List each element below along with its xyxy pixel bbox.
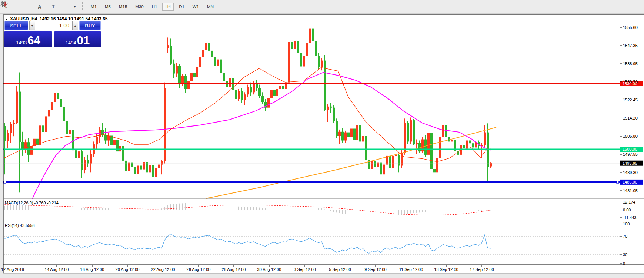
timeframe-m15-button[interactable]: M15 [116, 3, 130, 11]
macd-scale-label: -11.443 [623, 215, 637, 220]
time-axis-label: 26 Aug 12:00 [187, 267, 211, 272]
hline-handle[interactable] [617, 181, 619, 183]
time-axis-label: 5 Sep 12:00 [329, 267, 351, 272]
price-axis-label: 1530.70 [623, 80, 638, 84]
price-axis-label: 1497.55 [623, 152, 638, 157]
sell-button[interactable]: SELL [4, 21, 28, 30]
price-axis-label: 1522.45 [623, 98, 638, 102]
toolbar: E F A T ▾ M1M5M15M30H1H4D1W1MN [0, 0, 644, 14]
buy-button[interactable]: BUY [79, 21, 101, 30]
price-badge: 1485.00 [623, 180, 637, 184]
sell-price-big: 64 [27, 34, 40, 47]
timeframe-w1-button[interactable]: W1 [190, 3, 202, 11]
time-axis-label: 30 Aug 12:00 [257, 267, 281, 272]
timeframe-h1-button[interactable]: H1 [149, 3, 160, 11]
one-click-trading-panel: SELL ▼ ▲ BUY 1493 64 1494 01 [4, 21, 101, 47]
timeframe-m5-button[interactable]: M5 [102, 3, 114, 11]
hline-handle[interactable] [4, 181, 6, 183]
time-axis-label: 17 Sep 12:00 [470, 267, 494, 272]
buy-price-box[interactable]: 1494 01 [54, 31, 101, 47]
macd-scale-label: 0.00 [623, 208, 631, 212]
macd-indicator-label: MACD(12,26,9) -0.769 -0.214 [5, 201, 59, 205]
time-axis-label: 9 Sep 12:00 [364, 267, 386, 272]
buy-price-small: 1494 [66, 40, 76, 46]
rsi-scale-label: 100 [623, 222, 630, 226]
timeframe-m30-button[interactable]: M30 [132, 3, 146, 11]
timeframe-h4-button[interactable]: H4 [162, 3, 174, 11]
time-axis-label: 13 Sep 12:00 [434, 267, 458, 272]
time-axis-label: 20 Aug 12:00 [116, 267, 140, 272]
fibonacci-icon[interactable]: F [20, 2, 30, 11]
timeframe-mn-button[interactable]: MN [204, 3, 217, 11]
timeframe-button-group: M1M5M15M30H1H4D1W1MN [86, 3, 217, 11]
lot-decrease-button[interactable]: ▼ [29, 21, 35, 30]
time-axis-label: 28 Aug 12:00 [222, 267, 246, 272]
time-axis-label: 16 Aug 12:00 [80, 267, 104, 272]
sell-price-small: 1493 [16, 40, 27, 46]
macd-scale-label: 12.174 [623, 200, 635, 204]
price-axis-label: 1514.20 [623, 116, 638, 120]
toolbar-separator [82, 2, 83, 11]
price-axis-label: 1547.35 [623, 43, 638, 48]
price-axis-label: 1505.80 [623, 134, 638, 138]
price-axis-label: 1489.30 [623, 170, 638, 175]
price-badge: 1500.00 [623, 147, 637, 151]
arrows-glyph [0, 0, 7, 7]
price-axis-label: 1481.05 [623, 188, 638, 193]
price-axis-label: 1555.60 [623, 25, 638, 30]
time-axis-label: 14 Aug 12:00 [45, 267, 69, 272]
time-axis-label: 11 Sep 12:00 [399, 267, 423, 272]
rsi-scale-label: 30 [623, 252, 627, 257]
rsi-scale-label: 70 [623, 234, 627, 238]
text-icon[interactable]: A [35, 2, 44, 11]
time-axis-label: 12 Aug 2019 [1, 267, 24, 272]
sell-price-box[interactable]: 1493 64 [4, 31, 52, 47]
lot-size-input[interactable] [35, 21, 72, 30]
price-axis-label: 1538.95 [623, 61, 638, 66]
timeframe-m1-button[interactable]: M1 [88, 3, 100, 11]
rsi-scale-label: 0 [623, 261, 625, 266]
rsi-indicator-label: RSI(14) 43.5556 [5, 223, 35, 228]
mt4-window: { "toolbar": { "tools": ["equidistant-ch… [0, 0, 644, 278]
price-badge: 1493.65 [623, 161, 637, 165]
arrows-dropdown-caret-icon[interactable]: ▾ [73, 2, 77, 11]
lot-increase-button[interactable]: ▲ [72, 21, 78, 30]
time-axis-label: 3 Sep 12:00 [294, 267, 316, 272]
time-axis-label: 22 Aug 12:00 [151, 267, 175, 272]
arrows-icon[interactable] [62, 2, 72, 11]
timeframe-d1-button[interactable]: D1 [176, 3, 187, 11]
text-label-icon[interactable]: T [50, 3, 57, 10]
buy-price-big: 01 [77, 34, 90, 47]
